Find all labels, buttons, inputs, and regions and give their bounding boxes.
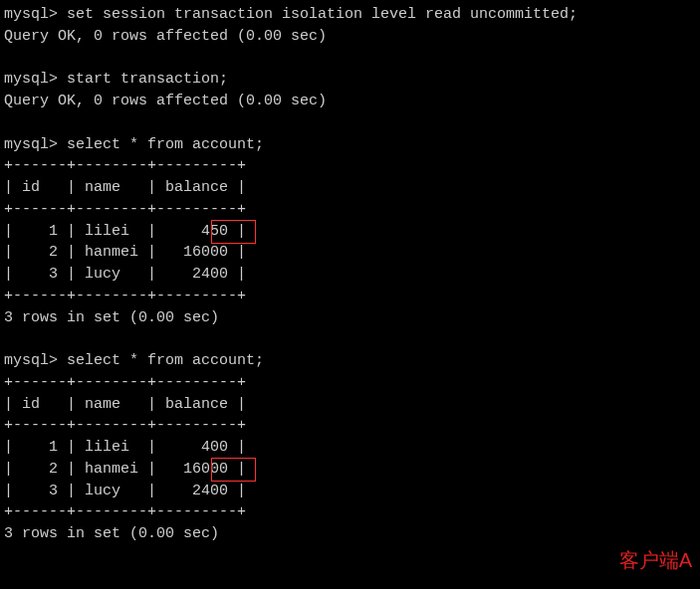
mysql-prompt: mysql> <box>4 136 67 153</box>
table-footer: 3 rows in set (0.00 sec) <box>4 523 696 545</box>
prompt-line: mysql> select * from account; <box>4 350 696 372</box>
terminal-output: mysql> set session transaction isolation… <box>4 4 696 545</box>
table-border: +------+--------+---------+ <box>4 415 696 437</box>
sql-command: set session transaction isolation level … <box>67 6 578 23</box>
prompt-line: mysql> start transaction; <box>4 69 696 91</box>
prompt-line: mysql> set session transaction isolation… <box>4 4 696 26</box>
mysql-prompt: mysql> <box>4 71 67 88</box>
table-border: +------+--------+---------+ <box>4 199 696 221</box>
sql-command: select * from account; <box>67 352 264 369</box>
table-row: | 1 | lilei | 400 | <box>4 437 696 459</box>
prompt-line: mysql> select * from account; <box>4 134 696 156</box>
table-border: +------+--------+---------+ <box>4 501 696 523</box>
table-footer: 3 rows in set (0.00 sec) <box>4 307 696 329</box>
table-row: | 3 | lucy | 2400 | <box>4 481 696 502</box>
sql-command: start transaction; <box>67 71 228 88</box>
table-header: | id | name | balance | <box>4 394 696 416</box>
table-header: | id | name | balance | <box>4 177 696 199</box>
mysql-prompt: mysql> <box>4 6 67 23</box>
table-row: | 2 | hanmei | 16000 | <box>4 459 696 481</box>
response-line: Query OK, 0 rows affected (0.00 sec) <box>4 26 696 48</box>
table-row: | 2 | hanmei | 16000 | <box>4 242 696 264</box>
table-border: +------+--------+---------+ <box>4 286 696 307</box>
blank-line <box>4 328 696 350</box>
response-line: Query OK, 0 rows affected (0.00 sec) <box>4 91 696 112</box>
table-border: +------+--------+---------+ <box>4 372 696 394</box>
blank-line <box>4 112 696 134</box>
client-label: 客户端A <box>619 546 692 575</box>
table-border: +------+--------+---------+ <box>4 155 696 177</box>
mysql-prompt: mysql> <box>4 352 67 369</box>
table-row: | 1 | lilei | 450 | <box>4 221 696 243</box>
table-row: | 3 | lucy | 2400 | <box>4 264 696 286</box>
sql-command: select * from account; <box>67 136 264 153</box>
blank-line <box>4 48 696 70</box>
